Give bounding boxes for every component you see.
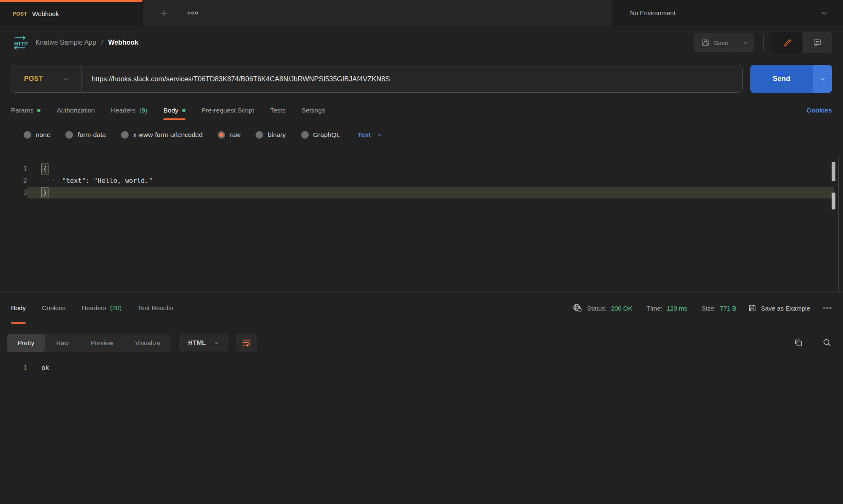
radio-binary[interactable]: binary (256, 131, 285, 139)
tab-params[interactable]: Params (11, 99, 40, 122)
raw-language-dropdown[interactable]: Text (358, 131, 382, 139)
view-mode-visualize[interactable]: Visualize (124, 334, 172, 352)
radio-none[interactable]: none (24, 131, 50, 139)
copy-icon (793, 338, 803, 348)
radio-graphql[interactable]: GraphQL (301, 131, 340, 139)
tab-settings[interactable]: Settings (302, 99, 325, 122)
tab-pre-request-script[interactable]: Pre-request Script (202, 99, 254, 122)
open-request-tab[interactable]: POST Webhook (0, 0, 143, 26)
response-body-text: ok (27, 364, 49, 372)
edit-request-button[interactable] (773, 32, 803, 53)
http-request-icon: HTTP (11, 35, 29, 50)
line-number: 1 (0, 364, 27, 372)
matched-brace: { (41, 164, 48, 174)
response-body-actions (793, 338, 832, 348)
network-info-icon[interactable] (572, 303, 583, 313)
tab-authorization[interactable]: Authorization (57, 99, 94, 122)
radio-circle (301, 131, 309, 139)
radio-form-data[interactable]: form-data (65, 131, 105, 139)
save-floppy-icon (748, 304, 757, 312)
chevron-down-icon (63, 76, 70, 82)
response-format-dropdown[interactable]: HTML (179, 334, 229, 351)
response-tab-cookies[interactable]: Cookies (42, 292, 65, 324)
code-content: } (27, 187, 834, 198)
cookies-link[interactable]: Cookies (807, 107, 832, 114)
request-tab-bar: POST Webhook No Environment (0, 0, 843, 26)
code-line-current: 3 } (0, 187, 843, 198)
code-text: "text": "Hello, world." (62, 177, 153, 185)
breadcrumb-collection[interactable]: Knative Sample App (35, 39, 96, 46)
tab-options-button[interactable] (187, 11, 198, 15)
send-button[interactable]: Send (750, 65, 813, 93)
tab-label: Headers (111, 107, 136, 114)
format-label: HTML (188, 339, 206, 346)
radio-x-www-form-urlencoded[interactable]: x-www-form-urlencoded (121, 131, 203, 139)
method-dropdown[interactable]: POST (11, 75, 81, 83)
radio-raw[interactable]: raw (218, 131, 240, 139)
copy-response-button[interactable] (793, 338, 803, 348)
view-mode-raw[interactable]: Raw (45, 334, 80, 352)
save-button-label: Save (714, 39, 728, 46)
view-mode-preview[interactable]: Preview (80, 334, 124, 352)
environment-selector[interactable]: No Environment (612, 0, 843, 26)
response-tab-headers[interactable]: Headers (20) (81, 292, 121, 324)
radio-circle-selected (218, 131, 225, 139)
new-tab-button[interactable] (159, 8, 169, 18)
size-label: Size: (702, 305, 716, 312)
comments-button[interactable] (803, 32, 832, 53)
url-bar: POST https://hooks.slack.com/services/T0… (11, 65, 743, 93)
response-view-controls: Pretty Raw Preview Visualize HTML (0, 333, 843, 352)
more-options-icon (823, 306, 832, 310)
time-value: 120 ms (667, 305, 687, 312)
tab-label: Body (163, 107, 178, 114)
search-response-button[interactable] (822, 338, 832, 348)
code-content: { (27, 163, 834, 175)
chevron-down-icon (819, 76, 826, 82)
request-body-editor[interactable]: 1 { 2 ····"text": "Hello, world." 3 } (0, 156, 843, 292)
send-options-button[interactable] (813, 65, 832, 93)
postman-window: POST Webhook No Environment (0, 0, 843, 504)
radio-circle (24, 131, 31, 139)
tab-body[interactable]: Body (163, 99, 185, 122)
tab-tests[interactable]: Tests (270, 99, 285, 122)
editor-scrollbar-thumb[interactable] (832, 162, 835, 181)
status-value: 200 OK (611, 305, 633, 312)
save-as-example-label: Save as Example (761, 305, 810, 312)
chevron-down-icon (742, 40, 748, 46)
tab-method-badge: POST (13, 11, 27, 17)
response-header: Body Cookies Headers (20) Test Results S… (0, 292, 843, 324)
response-meta: Status: 200 OK Time: 120 ms Size: 771 B … (572, 292, 832, 324)
headers-count: (9) (139, 107, 147, 114)
modified-dot (182, 109, 186, 112)
tab-headers[interactable]: Headers (9) (111, 99, 148, 122)
radio-label: none (36, 131, 50, 139)
headers-count: (20) (110, 304, 122, 312)
radio-label: form-data (78, 131, 105, 139)
response-tab-body[interactable]: Body (11, 292, 26, 324)
radio-circle (121, 131, 129, 139)
tab-label: Tests (270, 107, 285, 114)
language-label: Text (358, 131, 371, 139)
code-content: ····"text": "Hello, world." (27, 175, 834, 187)
radio-circle (65, 131, 73, 139)
tab-label: Settings (302, 107, 325, 114)
chevron-down-icon (377, 132, 382, 138)
radio-label: raw (230, 131, 240, 139)
svg-text:HTTP: HTTP (14, 41, 28, 47)
save-as-example-button[interactable]: Save as Example (748, 304, 810, 312)
breadcrumb-request-name[interactable]: Webhook (108, 39, 139, 46)
url-input[interactable]: https://hooks.slack.com/services/T06TD83… (82, 75, 742, 83)
view-mode-pretty[interactable]: Pretty (7, 334, 45, 352)
search-icon (822, 338, 832, 348)
save-options-button[interactable] (736, 33, 754, 52)
matched-brace: } (41, 187, 48, 198)
wrap-text-icon (242, 338, 252, 348)
response-options-button[interactable] (823, 306, 832, 310)
response-tab-test-results[interactable]: Test Results (138, 292, 173, 324)
editor-current-line-marker (832, 193, 835, 209)
save-button[interactable]: Save (694, 33, 736, 52)
wrap-line-button[interactable] (236, 333, 257, 352)
comment-icon (813, 38, 822, 47)
size-value: 771 B (720, 305, 736, 312)
view-mode-switcher: Pretty Raw Preview Visualize (7, 334, 171, 352)
